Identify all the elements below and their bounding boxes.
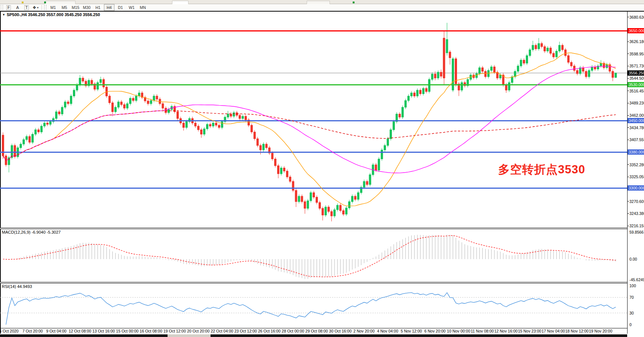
candle-up xyxy=(73,90,75,96)
candle-up xyxy=(263,144,264,150)
candle-up xyxy=(55,112,57,118)
candle-down xyxy=(449,52,451,58)
price-tick-mark xyxy=(627,213,629,214)
candle-up xyxy=(212,123,214,126)
candle-up xyxy=(307,201,309,208)
candle-down xyxy=(37,130,39,132)
candle-down xyxy=(245,116,247,120)
candle-up xyxy=(479,68,481,74)
macd-tick-label: 0.00 xyxy=(629,257,637,261)
price-tick-mark xyxy=(627,127,629,128)
time-tick-label: 18 Nov 12:00 xyxy=(565,329,588,333)
candle-down xyxy=(585,71,587,76)
candle-up xyxy=(150,100,152,103)
header-text: SP500-,H4 3546.250 3557.000 3545.250 355… xyxy=(7,12,100,17)
candle-down xyxy=(523,60,525,63)
price-tick-mark xyxy=(627,226,629,226)
candle-up xyxy=(428,79,430,91)
price-tick-mark xyxy=(627,103,629,103)
candle-up xyxy=(100,79,102,82)
time-tick-label: 23 Oct 12:00 xyxy=(234,329,257,333)
price-tick-mark xyxy=(627,164,629,165)
candle-up xyxy=(221,122,223,128)
candle-down xyxy=(123,104,125,108)
candle-up xyxy=(64,102,66,107)
candle-up xyxy=(280,168,282,174)
candle-down xyxy=(108,96,110,103)
candle-up xyxy=(446,39,448,53)
candle-down xyxy=(209,124,211,126)
candle-down xyxy=(266,144,267,148)
candle-up xyxy=(185,122,187,128)
candle-down xyxy=(120,102,122,104)
macd-tick-label: 59.8566 xyxy=(629,230,644,234)
macd-tick-label: -45.6249 xyxy=(629,277,644,282)
candle-down xyxy=(375,165,377,170)
candle-up xyxy=(488,70,490,77)
candle-up xyxy=(384,145,386,150)
scrollbar-thumb[interactable] xyxy=(168,334,211,337)
candle-up xyxy=(405,100,407,107)
chart-annotation-text[interactable]: 多空转折点3530 xyxy=(498,162,585,177)
candle-up xyxy=(538,43,540,49)
level-price-badge: 3530.000 xyxy=(628,82,644,87)
candle-up xyxy=(547,48,549,51)
candle-down xyxy=(485,71,487,76)
rsi-tick-label: 30 xyxy=(629,311,634,315)
candle-down xyxy=(239,115,241,118)
candle-down xyxy=(420,90,421,94)
price-tick-mark xyxy=(627,91,629,91)
price-tick-label: 3407.555 xyxy=(629,137,644,142)
time-tick-label: 11 Nov 08:00 xyxy=(471,329,494,333)
price-tick-mark xyxy=(627,115,629,116)
horizontal-scrollbar[interactable] xyxy=(0,334,627,337)
candle-up xyxy=(135,96,137,100)
price-tick-label: 3516.455 xyxy=(629,89,644,93)
candle-down xyxy=(254,132,255,139)
candle-down xyxy=(493,67,495,72)
candle-up xyxy=(417,90,418,96)
candle-up xyxy=(431,74,433,79)
candle-up xyxy=(387,139,389,145)
candle-up xyxy=(23,140,25,144)
current-price-badge: 3556.250 xyxy=(628,70,644,76)
rsi-tick-label: 100 xyxy=(629,283,636,288)
candle-down xyxy=(331,212,332,216)
candle-down xyxy=(313,192,315,197)
candle-up xyxy=(97,82,99,89)
candle-up xyxy=(600,63,602,66)
candle-down xyxy=(67,102,69,104)
candle-down xyxy=(544,46,546,51)
chevron-down-icon[interactable]: ▼ xyxy=(2,13,5,16)
candle-up xyxy=(511,77,513,83)
candle-down xyxy=(289,177,291,181)
symbol-ohlc-header[interactable]: ▼SP500-,H4 3546.250 3557.000 3545.250 35… xyxy=(2,12,100,17)
candle-down xyxy=(292,181,294,190)
candle-down xyxy=(29,136,31,142)
candle-up xyxy=(591,67,593,70)
candle-down xyxy=(322,208,323,215)
candle-up xyxy=(357,192,359,199)
candle-down xyxy=(215,123,217,125)
candle-up xyxy=(508,82,510,90)
price-tick-label: 3598.955 xyxy=(629,52,644,56)
price-tick-label: 3325.055 xyxy=(629,174,644,179)
level-price-badge: 3300.000 xyxy=(628,185,644,191)
ma-medium-line xyxy=(3,66,616,173)
time-tick-label: 15 Nov 23:00 xyxy=(518,329,541,333)
candle-down xyxy=(194,123,196,126)
candle-up xyxy=(117,102,119,107)
candle-down xyxy=(147,101,149,104)
ma-slow-line xyxy=(3,111,616,161)
candle-up xyxy=(422,88,424,94)
time-tick-label: 19 Oct 12:00 xyxy=(163,329,186,333)
candle-up xyxy=(378,159,380,170)
candle-down xyxy=(132,98,134,100)
candle-down xyxy=(111,103,113,112)
candle-up xyxy=(520,60,522,66)
price-tick-label: 3626.180 xyxy=(629,39,644,44)
time-tick-label: 20 Oct 20:00 xyxy=(187,329,209,333)
candle-up xyxy=(452,59,454,90)
candle-up xyxy=(61,107,63,114)
time-tick-label: 10 Nov 00:00 xyxy=(447,329,470,333)
